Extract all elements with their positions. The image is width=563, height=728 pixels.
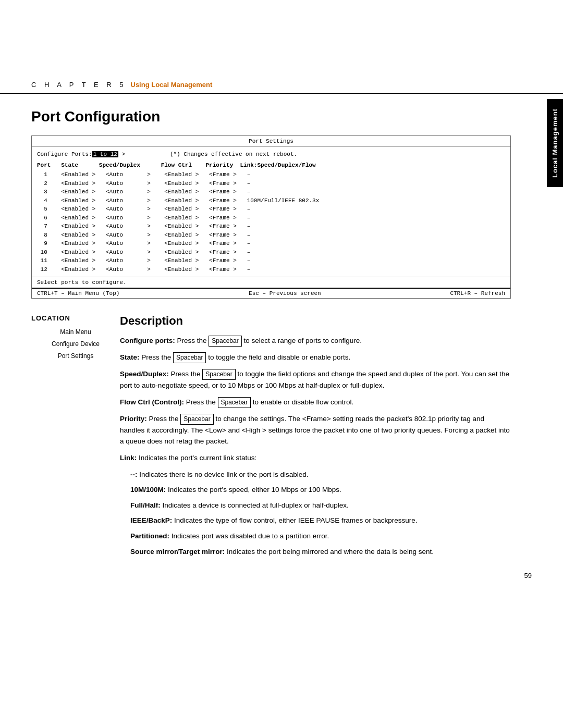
- chapter-title: Using Local Management: [131, 81, 213, 89]
- terminal-row: 3 <Enabled > <Auto > <Enabled > <Frame >…: [37, 188, 505, 196]
- footer-left: CTRL+T – Main Menu (Top): [37, 290, 119, 297]
- terminal-row: 1 <Enabled > <Auto > <Enabled > <Frame >…: [37, 170, 505, 179]
- range-highlight: 1 to 12: [92, 151, 118, 157]
- configure-label: Configure Ports:: [37, 151, 92, 157]
- description-panel: Description Configure ports: Press the S…: [120, 314, 511, 561]
- spacebar-key-flowctrl: Spacebar: [218, 397, 251, 408]
- spacebar-key-priority: Spacebar: [180, 414, 213, 425]
- location-panel: LOCATION Main MenuConfigure DevicePort S…: [31, 314, 120, 561]
- terminal-footer-controls: CTRL+T – Main Menu (Top) Esc – Previous …: [32, 288, 510, 298]
- bullet-speed-indicator: 10M/100M: Indicates the port's speed, ei…: [120, 484, 511, 496]
- page-title: Port Configuration: [31, 108, 511, 125]
- content-body: LOCATION Main MenuConfigure DevicePort S…: [31, 314, 511, 561]
- location-item: Main Menu: [31, 326, 120, 338]
- terminal-row: 4 <Enabled > <Auto > <Enabled > <Frame >…: [37, 196, 505, 205]
- terminal-row: 10 <Enabled > <Auto > <Enabled > <Frame …: [37, 248, 505, 257]
- terminal-title: Port Settings: [32, 136, 510, 147]
- location-items: Main MenuConfigure DevicePort Settings: [31, 326, 120, 362]
- bullet-partitioned: Partitioned: Indicates port was disabled…: [120, 530, 511, 542]
- terminal-row: 2 <Enabled > <Auto > <Enabled > <Frame >…: [37, 179, 505, 188]
- terminal-row: 5 <Enabled > <Auto > <Enabled > <Frame >…: [37, 205, 505, 214]
- terminal-row: 6 <Enabled > <Auto > <Enabled > <Frame >…: [37, 214, 505, 223]
- terminal-box: Port Settings Configure Ports:1 to 12 > …: [31, 135, 511, 299]
- bullet-ieee: IEEE/BackP: Indicates the type of flow c…: [120, 515, 511, 526]
- location-title: LOCATION: [31, 314, 120, 322]
- spacebar-key-state: Spacebar: [173, 352, 206, 363]
- terminal-body: Configure Ports:1 to 12 > (*) Changes ef…: [32, 147, 510, 277]
- bullet-full-half: Full/Half: Indicates a device is connect…: [120, 500, 511, 511]
- terminal-row: 8 <Enabled > <Auto > <Enabled > <Frame >…: [37, 231, 505, 240]
- desc-para-state: State: Press the Spacebar to toggle the …: [120, 352, 511, 363]
- terminal-footer-select: Select ports to configure.: [32, 277, 510, 288]
- desc-para-speed: Speed/Duplex: Press the Spacebar to togg…: [120, 368, 511, 391]
- description-bullets: --: Indicates there is no device link or…: [120, 469, 511, 558]
- description-heading: Description: [120, 314, 511, 328]
- spacebar-key-configure: Spacebar: [209, 336, 241, 347]
- terminal-row: 12 <Enabled > <Auto > <Enabled > <Frame …: [37, 265, 505, 274]
- side-tab: Local Management: [547, 99, 563, 187]
- terminal-columns: Port State Speed/Duplex Flow Ctrl Priori…: [37, 161, 505, 170]
- terminal-row: 7 <Enabled > <Auto > <Enabled > <Frame >…: [37, 222, 505, 231]
- description-paragraphs: Configure ports: Press the Spacebar to s…: [120, 335, 511, 464]
- configure-ports-row: Configure Ports:1 to 12 > (*) Changes ef…: [37, 150, 505, 159]
- chapter-header: C H A P T E R 5 Using Local Management: [0, 0, 563, 94]
- terminal-rows: 1 <Enabled > <Auto > <Enabled > <Frame >…: [37, 170, 505, 274]
- page-number: 59: [0, 561, 563, 590]
- desc-para-priority: Priority: Press the Spacebar to change t…: [120, 413, 511, 447]
- main-content: Port Configuration Port Settings Configu…: [0, 108, 542, 561]
- reboot-note: (*) Changes effective on next reboot.: [170, 151, 297, 157]
- location-item: Configure Device: [31, 338, 120, 350]
- desc-para-link: Link: Indicates the port's current link …: [120, 452, 511, 464]
- location-item: Port Settings: [31, 350, 120, 362]
- terminal-row: 9 <Enabled > <Auto > <Enabled > <Frame >…: [37, 239, 505, 248]
- desc-para-configure: Configure ports: Press the Spacebar to s…: [120, 335, 511, 347]
- bullet-mirror: Source mirror/Target mirror: Indicates t…: [120, 546, 511, 558]
- desc-para-flowctrl: Flow Ctrl (Control): Press the Spacebar …: [120, 397, 511, 408]
- terminal-row: 11 <Enabled > <Auto > <Enabled > <Frame …: [37, 256, 505, 265]
- spacebar-key-speed: Spacebar: [202, 369, 235, 380]
- footer-middle: Esc – Previous screen: [249, 290, 321, 297]
- chapter-label: C H A P T E R 5: [31, 81, 127, 89]
- bullet-dash: --: Indicates there is no device link or…: [120, 469, 511, 480]
- footer-right: CTRL+R – Refresh: [450, 290, 505, 297]
